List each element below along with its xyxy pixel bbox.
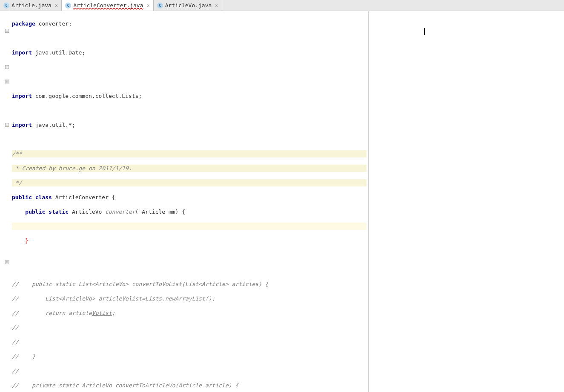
code-text: converter;: [35, 20, 72, 27]
comment: //: [12, 324, 19, 331]
class-file-icon: C: [65, 3, 71, 9]
brace: {: [112, 194, 115, 200]
param-name: mm: [169, 209, 175, 215]
keyword: import: [12, 93, 32, 99]
close-paren: ) {: [175, 209, 185, 215]
return-type: ArticleVo: [69, 209, 105, 215]
comment: //: [12, 339, 19, 345]
close-icon[interactable]: ×: [215, 3, 218, 9]
javadoc-comment: /**: [12, 151, 22, 157]
comment: ;: [112, 310, 115, 316]
tab-article[interactable]: C Article.java ×: [0, 0, 62, 11]
comment: // List<ArticleVo> articleVolist=Lists.n…: [12, 295, 215, 302]
tab-article-converter[interactable]: C ArticleConverter.java ×: [62, 0, 154, 11]
code-text: com.google.common.collect.Lists;: [32, 93, 142, 99]
code-text: java.util.Date;: [32, 49, 85, 56]
javadoc-comment: * Created by bruce.ge on 2017/1/19.: [12, 165, 132, 172]
keyword: import: [12, 122, 32, 128]
paren: (: [135, 209, 142, 215]
right-panel[interactable]: [368, 11, 564, 392]
code-text: java.util.*;: [32, 122, 75, 128]
editor-container: ⊟ ⊟ ⊟ ⊟ ⊟ package converter; import: [0, 11, 564, 392]
param-type: Article: [142, 209, 169, 215]
fold-icon[interactable]: ⊟: [5, 65, 9, 69]
text-cursor-icon: [424, 28, 425, 35]
class-file-icon: C: [3, 3, 9, 9]
javadoc-comment: */: [12, 180, 22, 186]
close-icon[interactable]: ×: [55, 3, 58, 9]
close-icon[interactable]: ×: [147, 3, 150, 9]
fold-icon[interactable]: ⊟: [5, 260, 9, 264]
comment: Volist: [92, 310, 112, 316]
indent: [12, 209, 25, 215]
keyword: public class: [12, 194, 52, 200]
comment: // }: [12, 353, 35, 360]
tab-article-vo[interactable]: C ArticleVo.java ×: [154, 0, 222, 11]
code-editor[interactable]: package converter; import java.util.Date…: [10, 11, 368, 392]
tab-bar: C Article.java × C ArticleConverter.java…: [0, 0, 564, 11]
tab-label: ArticleConverter.java: [73, 2, 143, 9]
keyword: package: [12, 20, 35, 27]
class-file-icon: C: [157, 3, 163, 9]
comment: // return article: [12, 310, 92, 316]
comment: // private static ArticleVo convertToArt…: [12, 382, 238, 389]
keyword: public static: [25, 209, 69, 215]
class-name: ArticleConverter: [52, 194, 112, 200]
fold-icon[interactable]: ⊟: [5, 123, 9, 127]
fold-icon[interactable]: ⊟: [5, 29, 9, 33]
method-name: converter: [105, 209, 135, 215]
comment: //: [12, 368, 19, 374]
indent: [12, 237, 25, 244]
fold-icon[interactable]: ⊟: [5, 80, 9, 83]
error-brace: }: [25, 237, 29, 244]
tab-label: Article.java: [11, 2, 52, 9]
tab-label: ArticleVo.java: [165, 2, 212, 9]
comment: // public static List<ArticleVo> convert…: [12, 281, 269, 287]
keyword: import: [12, 49, 32, 56]
gutter: ⊟ ⊟ ⊟ ⊟ ⊟: [0, 11, 10, 392]
